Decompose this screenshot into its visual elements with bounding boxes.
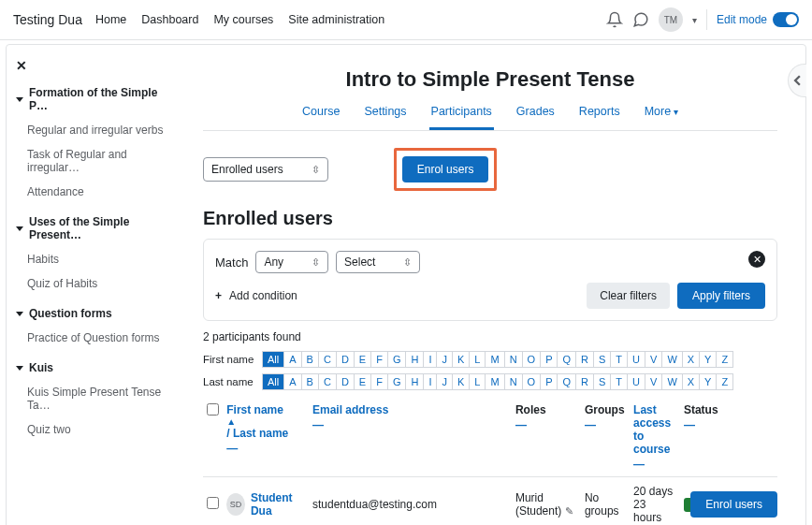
select-all-checkbox[interactable]: [207, 403, 219, 416]
initial-letter[interactable]: M: [485, 373, 504, 390]
th-name[interactable]: First name▲/ Last name: [226, 403, 305, 440]
initial-letter[interactable]: D: [336, 373, 355, 390]
sidebar-item[interactable]: Quiz of Habits: [16, 271, 166, 296]
filter-field-select[interactable]: Select: [336, 251, 420, 273]
add-condition-button[interactable]: + Add condition: [215, 289, 297, 302]
initial-letter[interactable]: E: [354, 351, 371, 368]
initial-letter[interactable]: B: [301, 351, 319, 368]
initial-letter[interactable]: W: [661, 373, 682, 390]
sidebar-item[interactable]: Practice of Question forms: [16, 326, 166, 350]
sidebar-item[interactable]: Habits: [16, 247, 166, 271]
sidebar-section-header[interactable]: Kuis: [16, 361, 166, 374]
initial-letter[interactable]: U: [627, 373, 645, 390]
nav-mycourses[interactable]: My courses: [213, 13, 273, 26]
initial-letter[interactable]: S: [593, 351, 611, 368]
initial-letter[interactable]: O: [522, 351, 542, 368]
initial-letter[interactable]: I: [423, 351, 437, 368]
initial-all[interactable]: All: [262, 373, 284, 390]
apply-filters-button[interactable]: Apply filters: [677, 283, 765, 309]
initial-letter[interactable]: E: [354, 373, 371, 390]
initial-letter[interactable]: N: [504, 373, 523, 390]
row-checkbox[interactable]: [207, 497, 219, 509]
initial-letter[interactable]: I: [423, 373, 437, 390]
initial-letter[interactable]: L: [469, 351, 486, 368]
nav-siteadmin[interactable]: Site administration: [288, 13, 384, 26]
initial-letter[interactable]: X: [682, 373, 700, 390]
sidebar-item[interactable]: Attendance: [16, 180, 166, 204]
match-select[interactable]: Any: [255, 251, 328, 273]
nav-dashboard[interactable]: Dashboard: [141, 13, 198, 26]
initial-letter[interactable]: Y: [699, 373, 717, 390]
initial-letter[interactable]: Q: [557, 351, 576, 368]
sidebar-item[interactable]: Regular and irregular verbs: [16, 118, 166, 142]
th-lastaccess[interactable]: Last access to course: [633, 403, 671, 456]
tab-course[interactable]: Course: [300, 105, 341, 130]
initial-letter[interactable]: R: [575, 373, 594, 390]
initial-letter[interactable]: Y: [699, 351, 717, 368]
initial-letter[interactable]: L: [469, 373, 486, 390]
initial-letter[interactable]: O: [522, 373, 542, 390]
initial-letter[interactable]: F: [370, 373, 388, 390]
sidebar-section-header[interactable]: Uses of the Simple Present…: [16, 215, 166, 241]
initial-letter[interactable]: T: [610, 351, 628, 368]
pencil-icon[interactable]: ✎: [565, 505, 573, 517]
initial-letter[interactable]: Z: [716, 351, 733, 368]
initial-letter[interactable]: C: [318, 351, 337, 368]
initial-letter[interactable]: D: [336, 351, 355, 368]
initial-letter[interactable]: B: [301, 373, 319, 390]
initial-letter[interactable]: S: [593, 373, 611, 390]
message-icon[interactable]: [632, 11, 649, 28]
initial-letter[interactable]: H: [405, 351, 424, 368]
tab-grades[interactable]: Grades: [515, 105, 557, 130]
initial-letter[interactable]: U: [627, 351, 645, 368]
initial-letter[interactable]: G: [387, 373, 407, 390]
initial-letter[interactable]: P: [540, 351, 558, 368]
initial-letter[interactable]: X: [682, 351, 700, 368]
initial-letter[interactable]: A: [283, 351, 301, 368]
initial-letter[interactable]: N: [504, 351, 523, 368]
tab-settings[interactable]: Settings: [362, 105, 408, 130]
close-drawer-icon[interactable]: ✕: [16, 58, 166, 73]
initial-letter[interactable]: J: [436, 373, 453, 390]
tab-more[interactable]: More: [643, 105, 680, 130]
initial-letter[interactable]: K: [452, 351, 470, 368]
participants-mode-select[interactable]: Enrolled users: [203, 157, 328, 182]
initial-letter[interactable]: H: [405, 373, 424, 390]
tab-reports[interactable]: Reports: [577, 105, 622, 130]
initial-letter[interactable]: T: [610, 373, 628, 390]
initial-all[interactable]: All: [262, 351, 284, 368]
chevron-down-icon[interactable]: ▾: [692, 15, 697, 25]
sidebar-item[interactable]: Quiz two: [16, 417, 166, 442]
initial-letter[interactable]: V: [645, 351, 662, 368]
sidebar-section-header[interactable]: Formation of the Simple P…: [16, 86, 166, 112]
initial-letter[interactable]: V: [645, 373, 662, 390]
close-filter-icon[interactable]: ✕: [748, 251, 765, 268]
initial-letter[interactable]: R: [575, 351, 594, 368]
initial-letter[interactable]: P: [540, 373, 558, 390]
initial-letter[interactable]: A: [283, 373, 301, 390]
initial-letter[interactable]: G: [387, 351, 407, 368]
edit-mode-toggle[interactable]: [773, 12, 799, 27]
initial-letter[interactable]: J: [436, 351, 453, 368]
drawer-toggle-right[interactable]: [788, 64, 806, 97]
initial-letter[interactable]: Z: [716, 373, 733, 390]
sidebar-section-header[interactable]: Question forms: [16, 307, 166, 320]
bell-icon[interactable]: [606, 11, 623, 28]
initial-letter[interactable]: C: [318, 373, 337, 390]
enrol-users-button[interactable]: Enrol users: [402, 156, 489, 182]
user-avatar[interactable]: TM: [659, 7, 683, 32]
sidebar-item[interactable]: Task of Regular and irregular…: [16, 142, 166, 180]
initial-letter[interactable]: W: [661, 351, 682, 368]
th-email[interactable]: Email address: [312, 403, 388, 416]
clear-filters-button[interactable]: Clear filters: [587, 283, 670, 309]
initial-letter[interactable]: Q: [557, 373, 576, 390]
enrol-users-button-bottom[interactable]: Enrol users: [690, 491, 777, 518]
user-link[interactable]: Student Dua: [251, 491, 305, 518]
sidebar-item[interactable]: Kuis Simple Present Tense Ta…: [16, 380, 166, 417]
initial-letter[interactable]: F: [370, 351, 388, 368]
initial-letter[interactable]: M: [485, 351, 504, 368]
tab-participants[interactable]: Participants: [429, 105, 494, 130]
brand[interactable]: Testing Dua: [13, 12, 82, 27]
nav-home[interactable]: Home: [95, 13, 126, 26]
initial-letter[interactable]: K: [452, 373, 470, 390]
